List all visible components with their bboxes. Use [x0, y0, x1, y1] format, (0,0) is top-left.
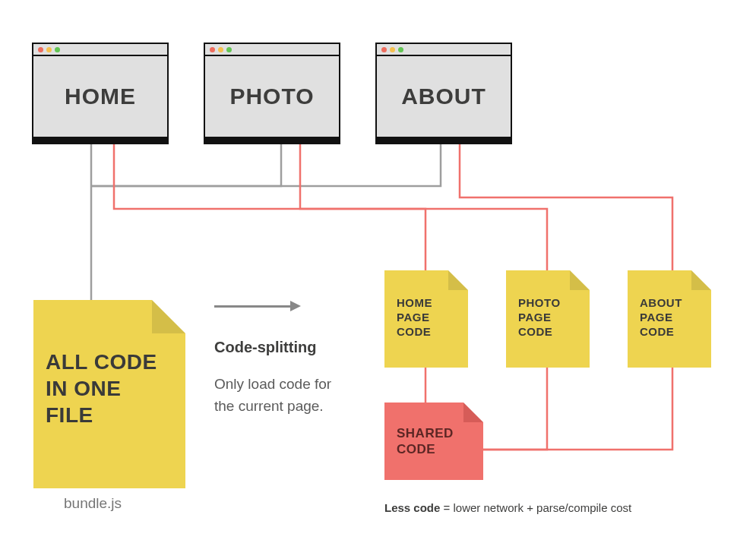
- browser-footer-bar: [33, 137, 167, 143]
- bundle-file-text: ALL CODE IN ONE FILE: [46, 349, 173, 428]
- browser-footer-bar: [377, 137, 511, 143]
- file-fold-icon: [448, 270, 468, 290]
- footer-caption-rest: = lower network + parse/compile cost: [440, 501, 631, 514]
- chunk-shared: SHARED CODE: [384, 403, 483, 480]
- footer-caption: Less code = lower network + parse/compil…: [384, 501, 631, 514]
- traffic-light-max-icon: [55, 47, 60, 52]
- arrow-shaft: [214, 305, 290, 308]
- code-splitting-desc: Only load code for the current page.: [214, 374, 351, 417]
- file-fold-icon: [463, 403, 483, 422]
- traffic-light-close-icon: [38, 47, 43, 52]
- browser-titlebar: [377, 44, 511, 56]
- chunk-about-text: ABOUT PAGE CODE: [640, 296, 699, 339]
- browser-about: ABOUT: [375, 43, 512, 144]
- chunk-shared-text: SHARED CODE: [397, 425, 471, 458]
- bundle-file: ALL CODE IN ONE FILE: [33, 300, 185, 488]
- chunk-home-text: HOME PAGE CODE: [397, 296, 456, 339]
- footer-caption-bold: Less code: [384, 501, 440, 514]
- traffic-light-min-icon: [390, 47, 395, 52]
- browser-photo-label: PHOTO: [205, 56, 339, 137]
- browser-photo: PHOTO: [204, 43, 340, 144]
- chunk-photo: PHOTO PAGE CODE: [506, 270, 590, 368]
- arrow-icon: [214, 301, 301, 311]
- browser-home-label: HOME: [33, 56, 167, 137]
- file-fold-icon: [152, 300, 185, 333]
- browser-home: HOME: [32, 43, 169, 144]
- traffic-light-max-icon: [226, 47, 232, 52]
- browser-about-label: ABOUT: [377, 56, 511, 137]
- browser-footer-bar: [205, 137, 339, 143]
- file-fold-icon: [570, 270, 590, 290]
- file-fold-icon: [691, 270, 711, 290]
- browser-titlebar: [33, 44, 167, 56]
- traffic-light-min-icon: [46, 47, 52, 52]
- bundle-filename: bundle.js: [64, 495, 122, 512]
- chunk-about: ABOUT PAGE CODE: [628, 270, 711, 368]
- chunk-photo-text: PHOTO PAGE CODE: [518, 296, 577, 339]
- traffic-light-min-icon: [218, 47, 223, 52]
- arrow-head-icon: [290, 301, 301, 311]
- chunk-home: HOME PAGE CODE: [384, 270, 468, 368]
- traffic-light-close-icon: [210, 47, 215, 52]
- traffic-light-max-icon: [398, 47, 403, 52]
- code-splitting-title: Code-splitting: [214, 339, 316, 356]
- traffic-light-close-icon: [381, 47, 387, 52]
- diagram-canvas: HOME PHOTO ABOUT ALL CODE IN ONE FILE bu…: [0, 0, 756, 543]
- browser-titlebar: [205, 44, 339, 56]
